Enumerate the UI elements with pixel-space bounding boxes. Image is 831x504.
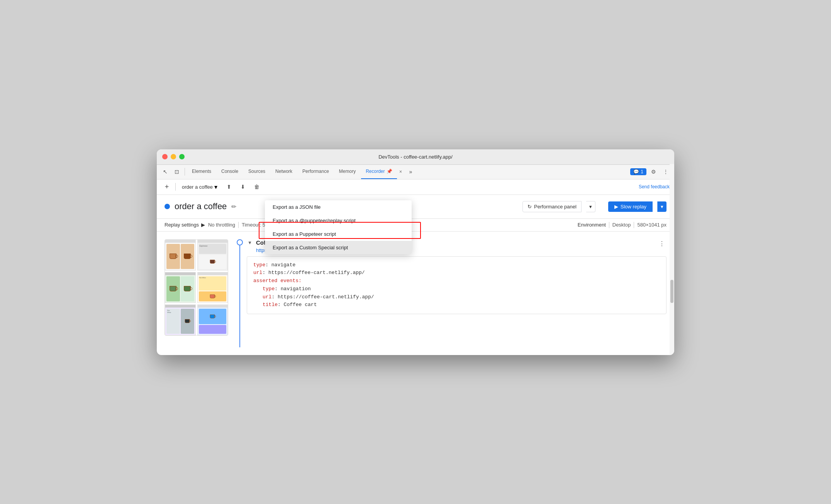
more-tabs-icon: »	[409, 169, 412, 175]
triangle-right-icon: ▶	[201, 222, 205, 228]
screenshot-thumb-1	[165, 240, 196, 271]
chevron-down-icon: ▾	[589, 204, 592, 210]
env-divider	[609, 222, 609, 228]
code-title-value: : Coffee cart	[278, 302, 317, 308]
recording-header: order a coffee ✏ ↻ Performance panel ▾ ▶…	[157, 195, 674, 219]
code-type-key: type	[253, 262, 265, 268]
devtools-navbar: ↖ ⊡ Elements Console Sources Network Per…	[157, 165, 674, 179]
traffic-lights	[162, 154, 185, 159]
chat-icon: 💬	[633, 169, 639, 174]
plus-icon: +	[165, 183, 169, 191]
close-window-button[interactable]	[162, 154, 168, 159]
screenshot-thumb-5: FlatWhite	[165, 304, 196, 335]
tab-recorder[interactable]: Recorder 📌	[361, 164, 397, 179]
scrollbar-track	[670, 164, 674, 355]
screenshots-panel: Espresso	[165, 239, 228, 336]
code-inner-url-key: url	[263, 294, 271, 300]
code-asserted-key: asserted events	[253, 278, 298, 284]
send-feedback-link[interactable]: Send feedback	[639, 184, 670, 189]
slow-replay-button[interactable]: ▶ Slow replay	[608, 201, 653, 212]
code-url-key: url	[253, 270, 262, 276]
recording-title: order a coffee	[175, 201, 227, 211]
slow-replay-dropdown-button[interactable]: ▾	[657, 201, 666, 212]
cursor-icon-button[interactable]: ↖	[160, 166, 171, 177]
code-url-value: : https://coffee-cart.netlify.app/	[262, 270, 365, 276]
devtools-window: DevTools - coffee-cart.netlify.app/ ↖ ⊡ …	[157, 149, 674, 355]
export-custom-special-item[interactable]: Export as a Custom Special script	[265, 241, 412, 254]
cursor-icon: ↖	[163, 169, 168, 175]
step-more-button[interactable]: ⋮	[657, 239, 666, 249]
tab-console[interactable]: Console	[217, 164, 243, 179]
recorder-toolbar: + order a coffee ▾ ⬆ ⬇ 🗑 Send feedback	[157, 179, 674, 195]
add-recording-button[interactable]: +	[161, 181, 172, 192]
code-title-key: title	[263, 302, 278, 308]
environment-section: Environment Desktop 580×1041 px	[578, 222, 666, 228]
tab-performance[interactable]: Performance	[298, 164, 334, 179]
screenshot-thumb-6	[197, 304, 228, 335]
download-icon: ⬇	[241, 184, 245, 190]
export-puppeteer-item[interactable]: Export as a Puppeteer script	[265, 227, 412, 241]
export-dropdown-menu: Export as a JSON file Export as a @puppe…	[265, 200, 412, 254]
code-inner-type-key: type	[263, 286, 275, 292]
code-inner-type-value: : navigation	[275, 286, 311, 292]
window-title: DevTools - coffee-cart.netlify.app/	[378, 154, 453, 160]
steps-area: Espresso	[157, 232, 674, 355]
nav-separator	[185, 168, 185, 176]
settings-button[interactable]: ⚙	[648, 166, 659, 177]
chevron-down-icon: ▾	[214, 183, 217, 191]
chevron-down-icon: ▾	[661, 204, 663, 210]
tab-elements[interactable]: Elements	[187, 164, 216, 179]
export-recording-button[interactable]: ⬇	[237, 181, 248, 192]
gear-icon: ⚙	[651, 169, 656, 175]
replay-settings-button[interactable]: Replay settings ▶	[165, 222, 205, 228]
layers-icon: ⊡	[175, 169, 179, 175]
timeline-start-circle	[237, 239, 243, 245]
recording-selector[interactable]: order a coffee ▾	[179, 182, 220, 192]
env-divider-2	[634, 222, 634, 228]
code-type-value: : navigate	[265, 262, 295, 268]
timeline-line	[239, 245, 240, 347]
more-vert-icon: ⋮	[663, 169, 668, 175]
screenshot-thumb-4: Flat White	[197, 272, 228, 303]
export-json-item[interactable]: Export as a JSON file	[265, 200, 412, 214]
tab-network[interactable]: Network	[271, 164, 297, 179]
performance-panel-dropdown-button[interactable]: ▾	[586, 201, 595, 212]
code-block: type: navigate url: https://coffee-cart.…	[247, 256, 666, 315]
trash-icon: 🗑	[254, 184, 259, 190]
pin-icon: 📌	[387, 169, 392, 174]
upload-recording-button[interactable]: ⬆	[224, 181, 234, 192]
screenshot-thumb-2: Espresso	[197, 240, 228, 271]
delete-recording-button[interactable]: 🗑	[251, 181, 262, 192]
settings-divider	[238, 222, 239, 228]
titlebar: DevTools - coffee-cart.netlify.app/	[157, 149, 674, 165]
tab-memory[interactable]: Memory	[334, 164, 360, 179]
tab-sources[interactable]: Sources	[244, 164, 270, 179]
toolbar-separator-1	[175, 183, 176, 191]
refresh-icon: ↻	[527, 204, 532, 210]
recording-status-dot	[165, 204, 170, 209]
more-tabs-button[interactable]: »	[405, 166, 416, 177]
timeline-steps-container: ▼ Coffee cart https://coffee-cart.netlif…	[236, 239, 666, 347]
feedback-badge: 💬 1	[630, 168, 646, 175]
upload-icon: ⬆	[227, 184, 231, 190]
minimize-window-button[interactable]	[171, 154, 176, 159]
timeline	[236, 239, 244, 347]
collapse-icon: ▼	[248, 240, 252, 245]
steps-content: ▼ Coffee cart https://coffee-cart.netlif…	[247, 239, 666, 347]
performance-panel-button[interactable]: ↻ Performance panel	[522, 201, 582, 212]
settings-bar: Replay settings ▶ No throttling Timeout:…	[157, 219, 674, 232]
selected-recording-name: order a coffee	[182, 184, 213, 190]
maximize-window-button[interactable]	[179, 154, 185, 159]
screenshot-thumb-3	[165, 272, 196, 303]
scrollbar-thumb[interactable]	[670, 280, 673, 303]
code-inner-url-value: : https://coffee-cart.netlify.app/	[271, 294, 374, 300]
play-icon: ▶	[614, 204, 618, 210]
layers-icon-button[interactable]: ⊡	[171, 166, 182, 177]
step-collapse-button[interactable]: ▼	[247, 239, 253, 246]
close-recorder-tab-button[interactable]: ×	[398, 169, 404, 175]
export-puppeteer-replay-item[interactable]: Export as a @puppeteer/replay script	[265, 214, 412, 227]
nav-right-icons: 💬 1 ⚙ ⋮	[630, 166, 671, 177]
more-vert-icon: ⋮	[659, 240, 665, 247]
edit-title-icon[interactable]: ✏	[231, 203, 236, 210]
